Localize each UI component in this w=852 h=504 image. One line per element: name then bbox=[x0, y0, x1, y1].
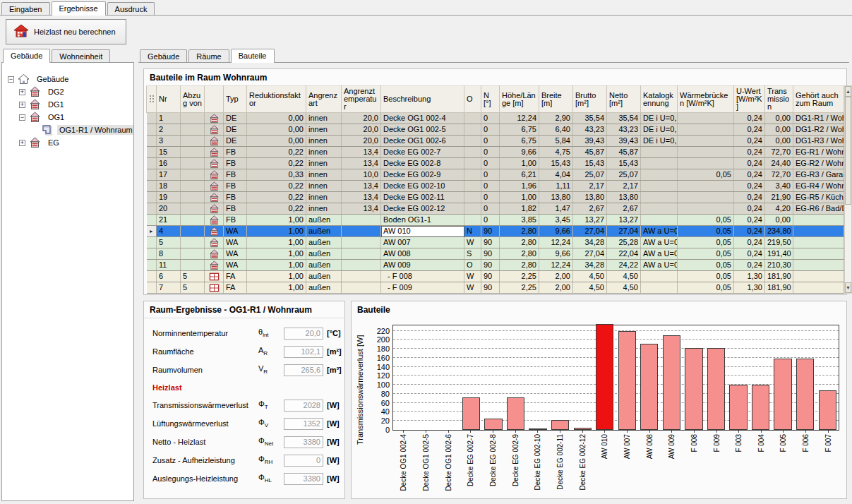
cell-typ[interactable]: WA bbox=[224, 226, 247, 237]
tree-item-gebäude[interactable]: −Gebäude bbox=[2, 73, 133, 85]
cell-transmission[interactable]: 181,90 bbox=[765, 282, 793, 294]
table-row-bauteil-7[interactable]: 75FA1,00außen - F 009W902,252,004,504,50… bbox=[147, 282, 844, 294]
cell-angrenztemperatur[interactable] bbox=[342, 237, 381, 248]
cell-brutto[interactable]: 4,50 bbox=[573, 282, 607, 294]
cell-breite[interactable]: 12,24 bbox=[539, 260, 573, 271]
cell-nr[interactable]: 8 bbox=[157, 248, 181, 260]
tree-item-og1[interactable]: −OG1 bbox=[2, 111, 133, 124]
cell-angrenzart[interactable]: außen bbox=[306, 215, 342, 226]
tree-item-eg[interactable]: +EG bbox=[2, 136, 133, 149]
chart-bar-decke-eg-002-11[interactable] bbox=[551, 420, 569, 430]
row-selector[interactable] bbox=[147, 158, 157, 169]
cell-typ[interactable]: FB bbox=[224, 169, 247, 181]
column-header-transmission[interactable]: Transmission bbox=[765, 86, 793, 113]
cell-brutto[interactable]: 43,23 bbox=[573, 124, 607, 136]
row-selector[interactable] bbox=[147, 237, 157, 248]
cell-beschreibung[interactable]: Decke EG 002-10 bbox=[381, 181, 464, 192]
cell-waermebruecken[interactable] bbox=[678, 203, 734, 215]
cell-u-wert[interactable]: 0,24 bbox=[734, 260, 765, 271]
cell-u-wert[interactable]: 0,24 bbox=[734, 136, 765, 147]
cell-katalogkennung[interactable] bbox=[641, 215, 678, 226]
chart-bar-f-006[interactable] bbox=[796, 359, 814, 430]
cell-katalogkennung[interactable] bbox=[641, 169, 678, 181]
collapse-icon[interactable]: − bbox=[19, 114, 25, 121]
cell-bauteil-icon[interactable] bbox=[205, 158, 224, 169]
cell-netto[interactable]: 25,28 bbox=[607, 237, 641, 248]
chart-bar-decke-eg-002-8[interactable] bbox=[484, 419, 502, 430]
cell-bauteil-icon[interactable] bbox=[205, 215, 224, 226]
cell-orientierung[interactable] bbox=[464, 158, 481, 169]
cell-abzug-von[interactable] bbox=[181, 192, 205, 203]
cell-breite[interactable]: 1,11 bbox=[539, 181, 573, 192]
cell-hoehe-laenge[interactable]: 2,80 bbox=[500, 260, 539, 271]
cell-hoehe-laenge[interactable]: 1,00 bbox=[500, 192, 539, 203]
scrollbar-track[interactable] bbox=[845, 97, 851, 282]
table-row-bauteil-3[interactable]: 3DE0,00innen20,0Decke OG1 002-606,755,84… bbox=[147, 136, 844, 147]
cell-gehoert-auch-zum-raum[interactable]: DG1-R3 / Wohnraum bbox=[793, 136, 844, 147]
cell-neigung[interactable]: 90 bbox=[481, 260, 500, 271]
cell-abzug-von[interactable] bbox=[181, 136, 205, 147]
row-selector[interactable] bbox=[147, 192, 157, 203]
cell-breite[interactable]: 6,40 bbox=[539, 124, 573, 136]
cell-reduktionsfaktor[interactable]: 0,00 bbox=[247, 113, 306, 124]
cell-neigung[interactable]: 0 bbox=[481, 181, 500, 192]
cell-katalogkennung[interactable]: AW a U=0,24 bbox=[641, 226, 678, 237]
cell-breite[interactable]: 9,66 bbox=[539, 226, 573, 237]
cell-angrenztemperatur[interactable] bbox=[342, 260, 381, 271]
cell-abzug-von[interactable] bbox=[181, 260, 205, 271]
table-row-bauteil-2[interactable]: 2DE0,00innen20,0Decke OG1 002-506,756,40… bbox=[147, 124, 844, 136]
cell-breite[interactable]: 4,04 bbox=[539, 169, 573, 181]
cell-waermebruecken[interactable]: 0,05 bbox=[678, 226, 734, 237]
row-selector[interactable] bbox=[147, 124, 157, 136]
cell-beschreibung[interactable]: Boden OG1-1 bbox=[381, 215, 464, 226]
cell-neigung[interactable]: 0 bbox=[481, 136, 500, 147]
cell-gehoert-auch-zum-raum[interactable] bbox=[793, 237, 844, 248]
cell-netto[interactable]: 2,67 bbox=[607, 203, 641, 215]
cell-beschreibung[interactable]: Decke EG 002-8 bbox=[381, 158, 464, 169]
cell-angrenztemperatur[interactable] bbox=[342, 271, 381, 282]
chart-bar-f-009[interactable] bbox=[707, 348, 725, 430]
cell-hoehe-laenge[interactable]: 9,66 bbox=[500, 147, 539, 158]
row-selector[interactable] bbox=[147, 113, 157, 124]
cell-katalogkennung[interactable] bbox=[641, 282, 678, 294]
cell-neigung[interactable]: 90 bbox=[481, 248, 500, 260]
cell-typ[interactable]: FB bbox=[224, 181, 247, 192]
cell-katalogkennung[interactable]: AW a U=0,24 bbox=[641, 260, 678, 271]
cell-angrenzart[interactable]: innen bbox=[306, 147, 342, 158]
cell-nr[interactable]: 17 bbox=[157, 169, 181, 181]
cell-angrenztemperatur[interactable] bbox=[342, 226, 381, 237]
cell-hoehe-laenge[interactable]: 1,82 bbox=[500, 203, 539, 215]
cell-abzug-von[interactable] bbox=[181, 113, 205, 124]
cell-katalogkennung[interactable] bbox=[641, 158, 678, 169]
cell-brutto[interactable]: 2,17 bbox=[573, 181, 607, 192]
cell-beschreibung[interactable]: AW 009 bbox=[381, 260, 464, 271]
cell-katalogkennung[interactable] bbox=[641, 147, 678, 158]
cell-abzug-von[interactable] bbox=[181, 124, 205, 136]
cell-hoehe-laenge[interactable]: 1,96 bbox=[500, 181, 539, 192]
cell-netto[interactable]: 15,43 bbox=[607, 158, 641, 169]
cell-transmission[interactable]: 0,00 bbox=[765, 124, 793, 136]
cell-u-wert[interactable]: 1,30 bbox=[734, 271, 765, 282]
cell-angrenztemperatur[interactable]: 13,4 bbox=[342, 192, 381, 203]
cell-reduktionsfaktor[interactable]: 1,00 bbox=[247, 226, 306, 237]
column-header-angrenztemperatur[interactable]: Angrenztemperatur bbox=[342, 86, 381, 113]
field-value-input[interactable] bbox=[284, 328, 323, 340]
cell-abzug-von[interactable] bbox=[181, 181, 205, 192]
cell-angrenzart[interactable]: außen bbox=[306, 260, 342, 271]
cell-typ[interactable]: DE bbox=[224, 113, 247, 124]
cell-nr[interactable]: 7 bbox=[157, 282, 181, 294]
cell-nr[interactable]: 3 bbox=[157, 136, 181, 147]
cell-netto[interactable]: 25,07 bbox=[607, 169, 641, 181]
cell-waermebruecken[interactable] bbox=[678, 147, 734, 158]
table-row-bauteil-15[interactable]: 15FB0,22innen13,4Decke EG 002-709,664,75… bbox=[147, 147, 844, 158]
cell-bauteil-icon[interactable] bbox=[205, 260, 224, 271]
cell-katalogkennung[interactable] bbox=[641, 271, 678, 282]
cell-typ[interactable]: FB bbox=[224, 158, 247, 169]
cell-typ[interactable]: DE bbox=[224, 136, 247, 147]
cell-waermebruecken[interactable] bbox=[678, 113, 734, 124]
main-tab-ergebnisse[interactable]: Ergebnisse bbox=[52, 1, 106, 16]
cell-beschreibung[interactable]: Decke EG 002-12 bbox=[381, 203, 464, 215]
column-header-nr[interactable]: Nr bbox=[157, 86, 181, 113]
cell-katalogkennung[interactable]: AW a U=0,24 bbox=[641, 248, 678, 260]
main-tab-eingaben[interactable]: Eingaben bbox=[1, 2, 50, 15]
